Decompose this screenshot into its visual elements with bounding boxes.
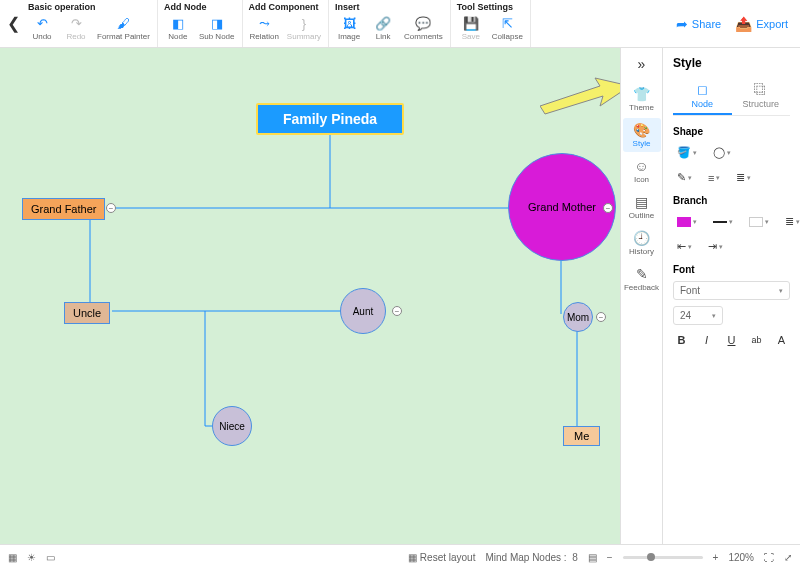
shape-icon: ◯ [713, 146, 725, 159]
right-column: » 👕Theme 🎨Style ☺Icon ▤Outline 🕘History … [620, 48, 662, 544]
zoom-in[interactable]: + [713, 552, 719, 563]
save-button[interactable]: 💾Save [457, 14, 485, 42]
reset-layout-button[interactable]: ▦ Reset layout [408, 552, 475, 563]
share-button[interactable]: ➦Share [676, 16, 721, 32]
swatch-icon [713, 221, 727, 223]
section-branch: Branch [673, 195, 790, 206]
group-title: Add Component [249, 2, 323, 12]
width-icon: ≣ [736, 171, 745, 184]
sub-node-button[interactable]: ◨Sub Node [198, 14, 236, 42]
save-icon: 💾 [463, 15, 479, 31]
format-painter-button[interactable]: 🖌Format Painter [96, 14, 151, 42]
link-button[interactable]: 🔗Link [369, 14, 397, 42]
border-width[interactable]: ≣▾ [732, 168, 755, 187]
section-font: Font [673, 264, 790, 275]
shape-type[interactable]: ◯▾ [709, 143, 735, 162]
toggle[interactable]: − [392, 306, 402, 316]
italic-button[interactable]: I [698, 331, 715, 349]
underline-button[interactable]: U [723, 331, 740, 349]
image-button[interactable]: 🖼Image [335, 14, 363, 42]
node-grand-mother[interactable]: Grand Mother [508, 153, 616, 261]
tab-structure[interactable]: ⿻Structure [732, 78, 791, 115]
image-icon: 🖼 [343, 15, 356, 31]
slider-handle[interactable] [647, 553, 655, 561]
toggle[interactable]: − [603, 203, 613, 213]
rc-icon[interactable]: ☺Icon [623, 154, 661, 188]
border-style[interactable]: ≡▾ [704, 169, 724, 187]
brush-icon: 🖌 [117, 15, 130, 31]
branch-width[interactable]: ≣▾ [781, 212, 800, 231]
group-insert: Insert 🖼Image 🔗Link 💬Comments [329, 0, 451, 47]
zoom-out[interactable]: − [607, 552, 613, 563]
style-panel: Style ◻Node ⿻Structure Shape 🪣▾ ◯▾ ✎▾ ≡▾… [662, 48, 800, 544]
fullscreen-button[interactable]: ⤢ [784, 552, 792, 563]
zoom-slider[interactable] [623, 556, 703, 559]
node-uncle[interactable]: Uncle [64, 302, 110, 324]
comment-icon: 💬 [415, 15, 431, 31]
group-tool-settings: Tool Settings 💾Save ⇱Collapse [451, 0, 531, 47]
node-me[interactable]: Me [563, 426, 600, 446]
layers-button[interactable]: ▤ [588, 552, 597, 563]
group-basic: Basic operation ↶Undo ↷Redo 🖌Format Pain… [22, 0, 158, 47]
status-bar: ▦ ☀ ▭ ▦ Reset layout Mind Map Nodes : 8 … [0, 544, 800, 570]
toggle[interactable]: − [596, 312, 606, 322]
cards-toggle[interactable]: ▭ [46, 552, 55, 563]
section-shape: Shape [673, 126, 790, 137]
collapse-icon: ⇱ [502, 15, 513, 31]
root-node[interactable]: Family Pineda [256, 103, 404, 135]
redo-button[interactable]: ↷Redo [62, 14, 90, 42]
fit-button[interactable]: ⛶ [764, 552, 774, 563]
theme-toggle[interactable]: ☀ [27, 552, 36, 563]
canvas[interactable]: Family Pineda Grand Father − Grand Mothe… [0, 48, 620, 544]
export-button[interactable]: 📤Export [735, 16, 788, 32]
branch-end[interactable]: ⇥▾ [704, 237, 727, 256]
toggle[interactable]: − [106, 203, 116, 213]
panel-collapse[interactable]: » [638, 56, 646, 72]
nodes-count: Mind Map Nodes : 8 [485, 552, 577, 563]
grid-toggle[interactable]: ▦ [8, 552, 17, 563]
node-mom[interactable]: Mom [563, 302, 593, 332]
branch-start[interactable]: ⇤▾ [673, 237, 696, 256]
rc-outline[interactable]: ▤Outline [623, 190, 661, 224]
font-size-select[interactable]: 24▾ [673, 306, 723, 325]
tab-node[interactable]: ◻Node [673, 78, 732, 115]
arrow-icon: ⇤ [677, 240, 686, 253]
node-grand-father[interactable]: Grand Father [22, 198, 105, 220]
group-title: Basic operation [28, 2, 151, 12]
group-add-node: Add Node ◧Node ◨Sub Node [158, 0, 243, 47]
branch-shape[interactable]: ▾ [745, 214, 773, 230]
collapse-button[interactable]: ⇱Collapse [491, 14, 524, 42]
group-add-component: Add Component ⤳Relation }Summary [243, 0, 330, 47]
export-icon: 📤 [735, 16, 752, 32]
comments-button[interactable]: 💬Comments [403, 14, 444, 42]
rc-feedback[interactable]: ✎Feedback [623, 262, 661, 296]
back-button[interactable]: ❮ [4, 0, 22, 47]
relation-button[interactable]: ⤳Relation [249, 14, 280, 42]
summary-button[interactable]: }Summary [286, 14, 322, 42]
pen-icon: ✎ [677, 171, 686, 184]
bold-button[interactable]: B [673, 331, 690, 349]
outline-icon: ▤ [635, 194, 648, 210]
rc-theme[interactable]: 👕Theme [623, 82, 661, 116]
node-aunt[interactable]: Aunt [340, 288, 386, 334]
group-title: Add Node [164, 2, 236, 12]
strike-button[interactable]: ab [748, 331, 765, 349]
zoom-level: 120% [728, 552, 754, 563]
bucket-icon: 🪣 [677, 146, 691, 159]
node-icon: ◧ [172, 15, 184, 31]
branch-line[interactable]: ▾ [709, 215, 737, 229]
font-family-select[interactable]: Font▾ [673, 281, 790, 300]
border-color[interactable]: ✎▾ [673, 168, 696, 187]
rc-style[interactable]: 🎨Style [623, 118, 661, 152]
branch-fill[interactable]: ▾ [673, 214, 701, 230]
node-button[interactable]: ◧Node [164, 14, 192, 42]
rc-history[interactable]: 🕘History [623, 226, 661, 260]
undo-button[interactable]: ↶Undo [28, 14, 56, 42]
summary-icon: } [302, 15, 306, 31]
feedback-icon: ✎ [636, 266, 648, 282]
node-niece[interactable]: Niece [212, 406, 252, 446]
fill-color[interactable]: 🪣▾ [673, 143, 701, 162]
font-color-button[interactable]: A [773, 331, 790, 349]
line-icon: ≡ [708, 172, 714, 184]
group-title: Tool Settings [457, 2, 524, 12]
